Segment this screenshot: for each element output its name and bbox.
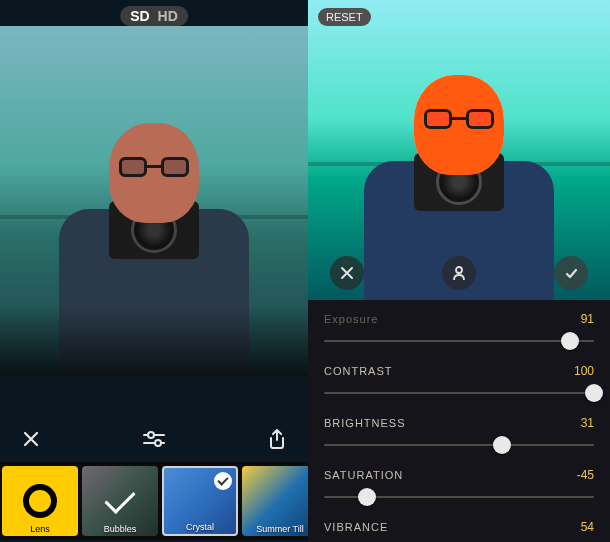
slider-track[interactable] [324, 386, 594, 400]
slider-label: BRIGHTNESS [324, 417, 406, 429]
reset-button[interactable]: RESET [318, 8, 371, 26]
filter-item-crystal[interactable]: Crystal [162, 466, 238, 536]
preview-image [0, 26, 308, 376]
sliders-panel: Exposure 91 CONTRAST 100 BRIGHTNESS [308, 306, 610, 542]
slider-value: 31 [581, 416, 594, 430]
filter-item-summer[interactable]: Summer Till [242, 466, 308, 536]
adjust-action-row [308, 256, 610, 290]
slider-value: -45 [577, 468, 594, 482]
check-icon [214, 472, 232, 490]
slider-exposure[interactable]: Exposure 91 [324, 312, 594, 348]
left-toolbar [0, 416, 308, 462]
quality-sd[interactable]: SD [126, 8, 153, 24]
slider-label: SATURATION [324, 469, 403, 481]
svg-point-3 [155, 440, 161, 446]
share-icon[interactable] [268, 429, 286, 449]
slider-saturation[interactable]: SATURATION -45 [324, 468, 594, 504]
adjust-icon[interactable] [142, 427, 166, 451]
slider-track[interactable] [324, 490, 594, 504]
filter-strip[interactable]: Lens Bubbles Crystal Summer Till [0, 462, 308, 540]
confirm-button[interactable] [554, 256, 588, 290]
svg-point-4 [456, 267, 462, 273]
slider-label: Exposure [324, 313, 378, 325]
filter-label: Crystal [164, 522, 236, 532]
lens-ring-icon [23, 484, 57, 518]
filter-item-bubbles[interactable]: Bubbles [82, 466, 158, 536]
cancel-button[interactable] [330, 256, 364, 290]
slider-vibrance[interactable]: VIBRANCE 54 [324, 520, 594, 534]
slider-track[interactable] [324, 334, 594, 348]
adjust-screen: RESET [308, 0, 610, 542]
slider-value: 91 [581, 312, 594, 326]
slider-track[interactable] [324, 438, 594, 452]
slider-label: VIBRANCE [324, 521, 388, 533]
slider-thumb[interactable] [585, 384, 603, 402]
profile-button[interactable] [442, 256, 476, 290]
slider-label: CONTRAST [324, 365, 393, 377]
slider-thumb[interactable] [561, 332, 579, 350]
slider-thumb[interactable] [493, 436, 511, 454]
quality-toggle[interactable]: SD HD [120, 6, 188, 26]
filter-label: Bubbles [82, 524, 158, 534]
quality-hd[interactable]: HD [154, 8, 182, 24]
filter-label: Lens [2, 524, 78, 534]
slider-value: 54 [581, 520, 594, 534]
filter-select-screen: SD HD [0, 0, 308, 542]
slider-value: 100 [574, 364, 594, 378]
check-icon [104, 482, 135, 513]
filter-item-lens[interactable]: Lens [2, 466, 78, 536]
preview-image-adjusted [308, 0, 610, 300]
filter-label: Summer Till [242, 524, 308, 534]
slider-brightness[interactable]: BRIGHTNESS 31 [324, 416, 594, 452]
slider-contrast[interactable]: CONTRAST 100 [324, 364, 594, 400]
svg-point-1 [148, 432, 154, 438]
close-icon[interactable] [22, 430, 40, 448]
slider-thumb[interactable] [358, 488, 376, 506]
